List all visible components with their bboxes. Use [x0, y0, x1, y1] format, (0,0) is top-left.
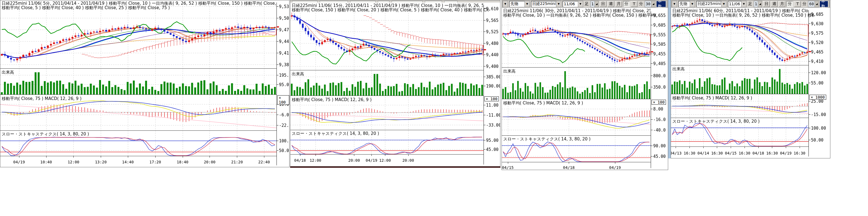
- spinner-icon: ◢: [814, 1, 818, 7]
- macd-pane-label: 移動平均( Close, 75 ) MACD( 12, 26, 9 ): [2, 96, 82, 101]
- macd-axis-tick: -33.00: [486, 123, 500, 128]
- time-axis-label: 04/18: [294, 158, 306, 162]
- time-axis-label: 22:40: [258, 160, 270, 164]
- volume-pane-label: 出来高: [2, 70, 14, 75]
- price-axis-tick: 9,400: [486, 64, 498, 69]
- toolbar-fragment-box: [292, 1, 317, 2]
- price-axis-tick: 9,520: [811, 40, 824, 45]
- combo-market-select[interactable]: 先物▼: [678, 1, 695, 7]
- minute-stepper[interactable]: 30◢: [645, 1, 655, 7]
- price-axis-tick: 9,505: [653, 42, 666, 47]
- stoch-pane-label: スロー・ストキャスティクス( 14, 3, 80, 20 ): [503, 136, 591, 142]
- volume-multiplier-badge: × 100: [485, 96, 499, 101]
- honsu-label[interactable]: 本数: [820, 1, 828, 7]
- honsu-input[interactable]: [667, 1, 667, 7]
- time-axis-label: 10:40: [40, 160, 52, 164]
- time-axis-label: 04/19: [366, 158, 377, 162]
- time-axis-label: 12:00: [379, 158, 391, 162]
- combo-symbol-select[interactable]: 日経225mini▼: [696, 1, 726, 7]
- period-button-分[interactable]: 分: [623, 1, 630, 7]
- macd-axis-tick: -16.0: [653, 117, 666, 122]
- period-button-月[interactable]: 月: [615, 1, 622, 7]
- time-axis-label: 04/13: [671, 151, 681, 155]
- collapsed-combo-button[interactable]: ▼: [502, 1, 508, 7]
- price-chart-canvas[interactable]: [290, 0, 500, 166]
- price-axis-tick: 9,440: [486, 52, 498, 57]
- period-button-月[interactable]: 月: [779, 1, 785, 7]
- volume-axis-tick: 55.00: [811, 81, 824, 86]
- volume-axis-tick: 385.00: [486, 74, 500, 80]
- time-axis-label: 17:20: [150, 160, 161, 164]
- chart-window-3: ▼先物▼日経225mini▼11/06▼足1◢日週月分T分30◢本数日経225m…: [501, 0, 668, 170]
- price-chart-canvas[interactable]: [671, 0, 830, 158]
- period-button-日[interactable]: 日: [600, 1, 607, 7]
- time-axis-label: 21:20: [231, 160, 243, 164]
- combo-symbol-value: 日経225mini: [531, 1, 556, 6]
- toolbar-fragment-box: [320, 1, 348, 2]
- price-axis-tick: 9,455: [653, 52, 666, 57]
- period-button-日[interactable]: 日: [763, 1, 770, 7]
- period-button-T[interactable]: T: [794, 1, 801, 7]
- time-axis-label: 16:30: [794, 151, 805, 155]
- price-axis-tick: 9,605: [653, 23, 666, 28]
- combo-market-select[interactable]: 先物▼: [509, 1, 530, 7]
- combo-contract-value: 11/06: [563, 2, 578, 6]
- combo-contract-value: 11/06: [728, 2, 741, 6]
- stoch-pane-label: スロー・ストキャスティクス( 14, 3, 80, 20 ): [292, 131, 379, 136]
- chart-indicator-legend: 移動平均( Close, 10 ) 一目均衡表( 9, 26, 52 ) 移動平…: [503, 13, 656, 18]
- stoch-axis-tick: 45.00: [653, 154, 666, 159]
- volume-axis-tick: 350.0: [653, 85, 666, 90]
- chevron-down-icon: ▼: [503, 1, 507, 7]
- combo-market-value: 先物: [509, 1, 525, 6]
- toolbar-fragment-box: [444, 1, 458, 2]
- price-axis-tick: 9,465: [811, 50, 824, 55]
- volume-axis-tick: 195.00: [279, 73, 289, 78]
- minute-stepper[interactable]: 60◢: [808, 1, 819, 7]
- chart-toolbar: ▼先物▼日経225mini▼11/06▼足1◢日週月分T分30◢本数: [502, 0, 668, 8]
- combo-market-value: 先物: [678, 1, 690, 6]
- stoch-axis-tick: 100.00: [811, 126, 826, 131]
- period-button-週[interactable]: 週: [771, 1, 777, 7]
- price-axis-tick: 9,445: [279, 39, 289, 44]
- time-axis-label: 04/19: [780, 151, 792, 155]
- ashi-stepper[interactable]: 1◢: [590, 1, 599, 7]
- macd-axis-tick: -11.00: [486, 113, 500, 118]
- period-button-週[interactable]: 週: [608, 1, 614, 7]
- toolbar-fragment-box: [392, 1, 423, 2]
- chevron-down-icon: ▼: [556, 1, 561, 7]
- honsu-input[interactable]: [829, 1, 830, 7]
- price-axis-tick: 9,385: [279, 62, 289, 67]
- time-axis-label: 20:00: [204, 160, 215, 164]
- combo-symbol-select[interactable]: 日経225mini▼: [531, 1, 561, 7]
- macd-axis-tick: -15.00: [811, 112, 826, 117]
- volume-pane-label: 出来高: [672, 66, 685, 72]
- honsu-label[interactable]: 本数: [656, 1, 666, 7]
- price-chart-canvas[interactable]: [0, 0, 289, 167]
- period-button-T[interactable]: T: [631, 1, 638, 7]
- time-axis-label: 18:40: [177, 160, 188, 164]
- stoch-pane-label: スロー・ストキャスティクス( 14, 3, 80, 20 ): [672, 119, 760, 124]
- time-axis-label: 16:30: [739, 151, 750, 155]
- volume-multiplier-badge: × 1000: [809, 95, 826, 100]
- ashi-label: 足: [748, 1, 752, 6]
- time-axis-label: 13:20: [95, 160, 106, 164]
- period-button-分[interactable]: 分: [786, 1, 793, 7]
- combo-contract-select[interactable]: 11/06▼: [728, 1, 746, 7]
- combo-contract-select[interactable]: 11/06▼: [562, 1, 583, 7]
- volume-axis-tick: 120.00: [811, 70, 826, 75]
- spinner-icon: ◢: [651, 1, 655, 7]
- ashi-stepper[interactable]: 1◢: [754, 1, 762, 7]
- time-axis-label: 20:00: [402, 158, 414, 162]
- price-axis-tick: 9,505: [279, 16, 289, 21]
- stoch-axis-tick: 50.00: [279, 148, 289, 153]
- volume-axis-tick: 95.00: [279, 82, 289, 87]
- ashi-value: 1: [754, 2, 758, 6]
- chart-toolbar: ▼先物▼日経225mini▼11/06▼足1◢日週月分T分60◢本数: [671, 0, 830, 8]
- time-axis-label: 04/18: [752, 151, 764, 155]
- collapsed-combo-button[interactable]: ▼: [672, 1, 677, 7]
- window-separator-strip: [668, 0, 671, 158]
- time-axis-label: 04/15: [502, 165, 514, 170]
- chart-indicator-legend: 移動平均( Close, 150 ) 移動平均( Close, 20 ) 移動平…: [292, 7, 489, 13]
- volume-pane-label: 出来高: [503, 69, 516, 74]
- price-chart-canvas[interactable]: [502, 0, 668, 170]
